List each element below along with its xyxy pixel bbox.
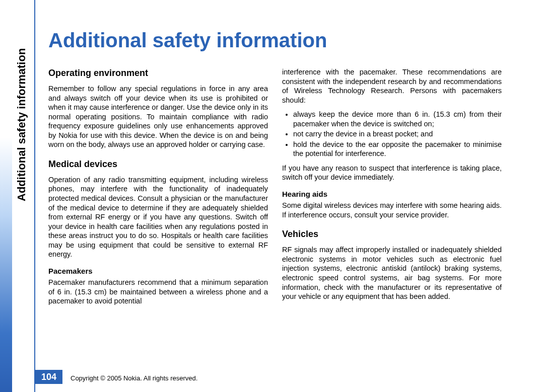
left-gradient: [0, 0, 12, 392]
pacemaker-bullet-list: always keep the device more than 6 in. (…: [282, 110, 502, 159]
para-medical-devices: Operation of any radio transmitting equi…: [48, 175, 268, 259]
para-interference-suspect: If you have any reason to suspect that i…: [282, 164, 502, 182]
left-column: Operating environment Remember to follow…: [48, 64, 268, 306]
list-item: not carry the device in a breast pocket;…: [293, 129, 502, 139]
heading-vehicles: Vehicles: [282, 228, 502, 240]
para-operating-environment: Remember to follow any special regulatio…: [48, 84, 268, 149]
page-title: Additional safety information: [48, 29, 327, 52]
copyright-text: Copyright © 2005 Nokia. All rights reser…: [71, 374, 197, 382]
para-hearing-aids: Some digital wireless devices may interf…: [282, 201, 502, 219]
page-number-badge: 104: [35, 370, 62, 384]
subheading-hearing-aids: Hearing aids: [282, 189, 502, 199]
para-pacemakers: Pacemaker manufacturers recommend that a…: [48, 278, 268, 306]
heading-medical-devices: Medical devices: [48, 159, 268, 170]
para-vehicles: RF signals may affect improperly install…: [282, 245, 502, 301]
side-section-label: Additional safety information: [15, 48, 28, 201]
content-columns: Operating environment Remember to follow…: [48, 64, 502, 306]
list-item: hold the device to the ear opposite the …: [293, 140, 502, 159]
heading-operating-environment: Operating environment: [48, 67, 268, 79]
right-column: interference with the pacemaker. These r…: [282, 64, 502, 306]
para-pacemaker-continuation: interference with the pacemaker. These r…: [282, 67, 502, 105]
vertical-divider: [34, 0, 35, 392]
list-item: always keep the device more than 6 in. (…: [293, 110, 502, 128]
subheading-pacemakers: Pacemakers: [48, 266, 268, 276]
